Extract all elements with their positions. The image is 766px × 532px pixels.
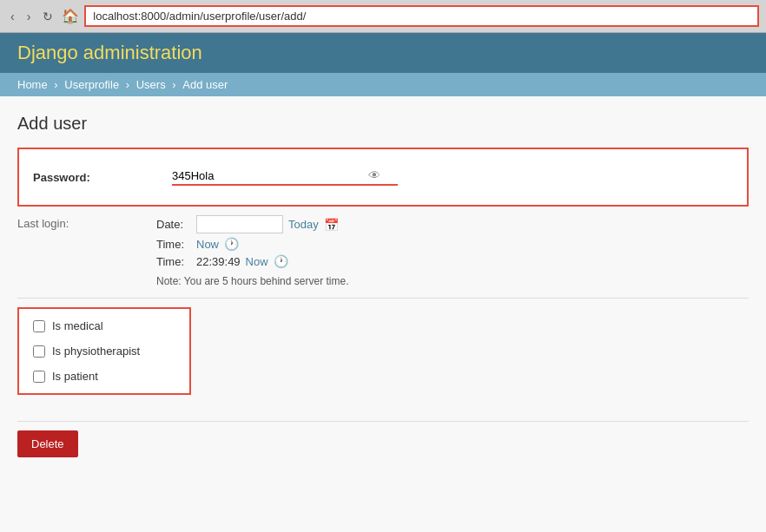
password-input[interactable]: [172, 169, 363, 182]
time-row-2: Time: 22:39:49 Now 🕐: [156, 254, 348, 268]
is-physiotherapist-checkbox[interactable]: [33, 345, 45, 358]
back-button[interactable]: ‹: [7, 8, 18, 25]
section-divider: [17, 298, 749, 299]
date-time-block: Date: Today 📅 Time: Now 🕐 Time: 22:39:49…: [156, 215, 348, 287]
address-bar[interactable]: localhost:8000/admin/userprofile/user/ad…: [84, 5, 759, 27]
calendar-icon[interactable]: 📅: [324, 218, 339, 232]
password-input-container: 👁: [172, 168, 398, 186]
password-input-wrap: 👁: [172, 168, 733, 186]
breadcrumb-section[interactable]: Userprofile: [64, 78, 119, 91]
delete-button[interactable]: Delete: [17, 430, 78, 457]
browser-chrome: ‹ › ↻ 🏠 localhost:8000/admin/userprofile…: [0, 0, 766, 33]
main-content: Add user Password: 👁 Last login: Date: T…: [0, 96, 766, 475]
breadcrumb-home[interactable]: Home: [17, 78, 48, 91]
last-login-row: Last login: Date: Today 📅 Time: Now 🕐: [17, 215, 749, 287]
breadcrumb-separator-3: ›: [172, 78, 179, 91]
forward-button[interactable]: ›: [23, 8, 35, 25]
now-button-2[interactable]: Now: [246, 255, 268, 268]
home-button[interactable]: 🏠: [62, 8, 79, 24]
reload-button[interactable]: ↻: [39, 8, 56, 25]
clock-icon-1[interactable]: 🕐: [224, 237, 239, 251]
site-title: Django administration: [17, 42, 749, 64]
is-patient-row: Is patient: [33, 370, 175, 383]
date-sublabel: Date:: [156, 218, 191, 231]
last-login-block: Last login: Date: Today 📅 Time: Now 🕐: [17, 215, 749, 287]
now-button-1[interactable]: Now: [196, 238, 219, 251]
bottom-divider: [17, 421, 749, 422]
is-patient-label: Is patient: [52, 370, 98, 383]
breadcrumb-subsection[interactable]: Users: [136, 78, 166, 91]
date-row: Date: Today 📅: [156, 215, 348, 233]
password-label: Password:: [33, 171, 172, 184]
clock-icon-2[interactable]: 🕐: [274, 254, 288, 268]
breadcrumb-separator-2: ›: [126, 78, 133, 91]
is-physiotherapist-label: Is physiotherapist: [52, 345, 140, 358]
time-row-1: Time: Now 🕐: [156, 237, 348, 251]
today-button[interactable]: Today: [288, 218, 319, 231]
password-row: Password: 👁: [33, 161, 733, 193]
last-login-label: Last login:: [17, 215, 156, 230]
server-time-note: Note: You are 5 hours behind server time…: [156, 275, 348, 287]
password-section: Password: 👁: [17, 148, 749, 207]
time-sublabel-1: Time:: [156, 238, 191, 251]
django-header: Django administration: [0, 33, 766, 73]
breadcrumb-separator-1: ›: [54, 78, 61, 91]
is-medical-label: Is medical: [52, 319, 103, 332]
is-patient-checkbox[interactable]: [33, 371, 45, 383]
breadcrumb-current: Add user: [182, 78, 228, 91]
password-visibility-icon[interactable]: 👁: [368, 168, 380, 182]
is-physiotherapist-row: Is physiotherapist: [33, 345, 175, 358]
is-medical-row: Is medical: [33, 319, 175, 332]
checkboxes-section: Is medical Is physiotherapist Is patient: [17, 307, 191, 395]
time-value: 22:39:49: [196, 255, 241, 268]
time-sublabel-2: Time:: [156, 255, 191, 268]
breadcrumb: Home › Userprofile › Users › Add user: [0, 73, 766, 96]
date-input[interactable]: [196, 215, 283, 233]
page-title: Add user: [17, 114, 749, 134]
is-medical-checkbox[interactable]: [33, 320, 45, 332]
